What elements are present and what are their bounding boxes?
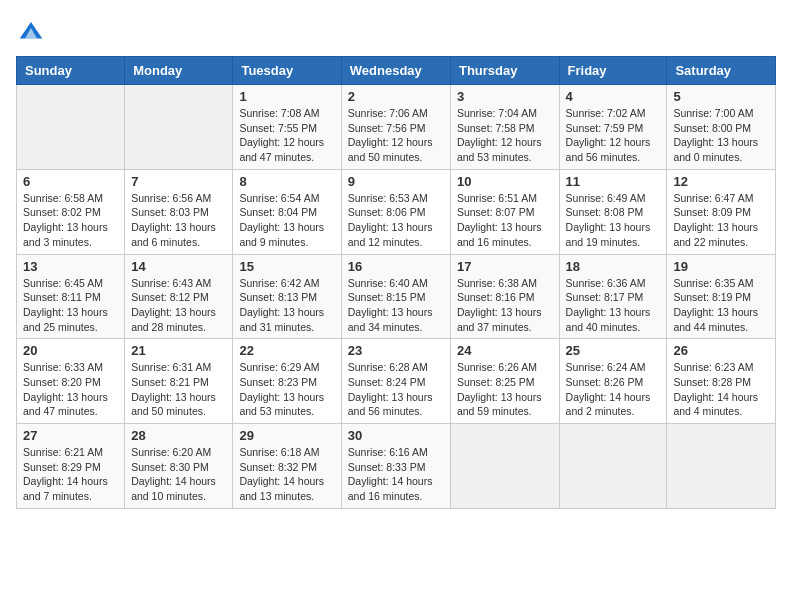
calendar-day-30: 30Sunrise: 6:16 AM Sunset: 8:33 PM Dayli… [341, 424, 450, 509]
day-info: Sunrise: 6:45 AM Sunset: 8:11 PM Dayligh… [23, 276, 118, 335]
calendar-day-20: 20Sunrise: 6:33 AM Sunset: 8:20 PM Dayli… [17, 339, 125, 424]
day-info: Sunrise: 6:26 AM Sunset: 8:25 PM Dayligh… [457, 360, 553, 419]
calendar-day-11: 11Sunrise: 6:49 AM Sunset: 8:08 PM Dayli… [559, 169, 667, 254]
day-number: 6 [23, 174, 118, 189]
day-number: 19 [673, 259, 769, 274]
day-number: 3 [457, 89, 553, 104]
day-number: 24 [457, 343, 553, 358]
day-info: Sunrise: 6:24 AM Sunset: 8:26 PM Dayligh… [566, 360, 661, 419]
calendar-day-21: 21Sunrise: 6:31 AM Sunset: 8:21 PM Dayli… [125, 339, 233, 424]
calendar-empty-cell [667, 424, 776, 509]
calendar-day-13: 13Sunrise: 6:45 AM Sunset: 8:11 PM Dayli… [17, 254, 125, 339]
day-info: Sunrise: 6:18 AM Sunset: 8:32 PM Dayligh… [239, 445, 334, 504]
calendar-day-16: 16Sunrise: 6:40 AM Sunset: 8:15 PM Dayli… [341, 254, 450, 339]
day-number: 30 [348, 428, 444, 443]
calendar-day-12: 12Sunrise: 6:47 AM Sunset: 8:09 PM Dayli… [667, 169, 776, 254]
calendar-week-row: 20Sunrise: 6:33 AM Sunset: 8:20 PM Dayli… [17, 339, 776, 424]
day-info: Sunrise: 6:43 AM Sunset: 8:12 PM Dayligh… [131, 276, 226, 335]
day-info: Sunrise: 6:51 AM Sunset: 8:07 PM Dayligh… [457, 191, 553, 250]
calendar-day-24: 24Sunrise: 6:26 AM Sunset: 8:25 PM Dayli… [450, 339, 559, 424]
weekday-header-sunday: Sunday [17, 57, 125, 85]
calendar-empty-cell [450, 424, 559, 509]
weekday-header-row: SundayMondayTuesdayWednesdayThursdayFrid… [17, 57, 776, 85]
day-number: 9 [348, 174, 444, 189]
day-info: Sunrise: 6:23 AM Sunset: 8:28 PM Dayligh… [673, 360, 769, 419]
day-number: 29 [239, 428, 334, 443]
day-info: Sunrise: 6:36 AM Sunset: 8:17 PM Dayligh… [566, 276, 661, 335]
calendar-table: SundayMondayTuesdayWednesdayThursdayFrid… [16, 56, 776, 509]
day-number: 23 [348, 343, 444, 358]
day-number: 2 [348, 89, 444, 104]
calendar-day-14: 14Sunrise: 6:43 AM Sunset: 8:12 PM Dayli… [125, 254, 233, 339]
day-number: 18 [566, 259, 661, 274]
day-number: 8 [239, 174, 334, 189]
calendar-day-3: 3Sunrise: 7:04 AM Sunset: 7:58 PM Daylig… [450, 85, 559, 170]
day-info: Sunrise: 6:40 AM Sunset: 8:15 PM Dayligh… [348, 276, 444, 335]
day-info: Sunrise: 6:16 AM Sunset: 8:33 PM Dayligh… [348, 445, 444, 504]
day-number: 15 [239, 259, 334, 274]
calendar-day-5: 5Sunrise: 7:00 AM Sunset: 8:00 PM Daylig… [667, 85, 776, 170]
calendar-day-28: 28Sunrise: 6:20 AM Sunset: 8:30 PM Dayli… [125, 424, 233, 509]
calendar-day-6: 6Sunrise: 6:58 AM Sunset: 8:02 PM Daylig… [17, 169, 125, 254]
day-number: 1 [239, 89, 334, 104]
day-info: Sunrise: 6:33 AM Sunset: 8:20 PM Dayligh… [23, 360, 118, 419]
day-info: Sunrise: 6:38 AM Sunset: 8:16 PM Dayligh… [457, 276, 553, 335]
day-info: Sunrise: 6:35 AM Sunset: 8:19 PM Dayligh… [673, 276, 769, 335]
calendar-empty-cell [125, 85, 233, 170]
day-number: 27 [23, 428, 118, 443]
day-number: 12 [673, 174, 769, 189]
day-number: 20 [23, 343, 118, 358]
calendar-empty-cell [17, 85, 125, 170]
day-number: 25 [566, 343, 661, 358]
day-info: Sunrise: 6:56 AM Sunset: 8:03 PM Dayligh… [131, 191, 226, 250]
day-number: 16 [348, 259, 444, 274]
day-number: 7 [131, 174, 226, 189]
day-number: 26 [673, 343, 769, 358]
day-info: Sunrise: 7:02 AM Sunset: 7:59 PM Dayligh… [566, 106, 661, 165]
calendar-day-8: 8Sunrise: 6:54 AM Sunset: 8:04 PM Daylig… [233, 169, 341, 254]
day-number: 21 [131, 343, 226, 358]
calendar-day-7: 7Sunrise: 6:56 AM Sunset: 8:03 PM Daylig… [125, 169, 233, 254]
day-number: 22 [239, 343, 334, 358]
calendar-day-25: 25Sunrise: 6:24 AM Sunset: 8:26 PM Dayli… [559, 339, 667, 424]
weekday-header-monday: Monday [125, 57, 233, 85]
day-info: Sunrise: 6:20 AM Sunset: 8:30 PM Dayligh… [131, 445, 226, 504]
day-info: Sunrise: 6:53 AM Sunset: 8:06 PM Dayligh… [348, 191, 444, 250]
calendar-empty-cell [559, 424, 667, 509]
calendar-day-22: 22Sunrise: 6:29 AM Sunset: 8:23 PM Dayli… [233, 339, 341, 424]
day-number: 5 [673, 89, 769, 104]
day-number: 13 [23, 259, 118, 274]
calendar-day-23: 23Sunrise: 6:28 AM Sunset: 8:24 PM Dayli… [341, 339, 450, 424]
calendar-day-29: 29Sunrise: 6:18 AM Sunset: 8:32 PM Dayli… [233, 424, 341, 509]
day-number: 14 [131, 259, 226, 274]
day-info: Sunrise: 6:29 AM Sunset: 8:23 PM Dayligh… [239, 360, 334, 419]
day-info: Sunrise: 6:58 AM Sunset: 8:02 PM Dayligh… [23, 191, 118, 250]
calendar-day-18: 18Sunrise: 6:36 AM Sunset: 8:17 PM Dayli… [559, 254, 667, 339]
day-info: Sunrise: 6:54 AM Sunset: 8:04 PM Dayligh… [239, 191, 334, 250]
calendar-day-19: 19Sunrise: 6:35 AM Sunset: 8:19 PM Dayli… [667, 254, 776, 339]
weekday-header-tuesday: Tuesday [233, 57, 341, 85]
calendar-day-27: 27Sunrise: 6:21 AM Sunset: 8:29 PM Dayli… [17, 424, 125, 509]
day-info: Sunrise: 6:49 AM Sunset: 8:08 PM Dayligh… [566, 191, 661, 250]
calendar-week-row: 13Sunrise: 6:45 AM Sunset: 8:11 PM Dayli… [17, 254, 776, 339]
weekday-header-saturday: Saturday [667, 57, 776, 85]
calendar-day-10: 10Sunrise: 6:51 AM Sunset: 8:07 PM Dayli… [450, 169, 559, 254]
calendar-day-26: 26Sunrise: 6:23 AM Sunset: 8:28 PM Dayli… [667, 339, 776, 424]
day-number: 4 [566, 89, 661, 104]
day-info: Sunrise: 7:04 AM Sunset: 7:58 PM Dayligh… [457, 106, 553, 165]
page-header [16, 16, 776, 46]
weekday-header-wednesday: Wednesday [341, 57, 450, 85]
day-info: Sunrise: 7:06 AM Sunset: 7:56 PM Dayligh… [348, 106, 444, 165]
day-number: 28 [131, 428, 226, 443]
logo-icon [16, 16, 46, 46]
calendar-day-9: 9Sunrise: 6:53 AM Sunset: 8:06 PM Daylig… [341, 169, 450, 254]
calendar-day-15: 15Sunrise: 6:42 AM Sunset: 8:13 PM Dayli… [233, 254, 341, 339]
day-info: Sunrise: 6:21 AM Sunset: 8:29 PM Dayligh… [23, 445, 118, 504]
calendar-week-row: 1Sunrise: 7:08 AM Sunset: 7:55 PM Daylig… [17, 85, 776, 170]
weekday-header-thursday: Thursday [450, 57, 559, 85]
calendar-week-row: 27Sunrise: 6:21 AM Sunset: 8:29 PM Dayli… [17, 424, 776, 509]
day-number: 17 [457, 259, 553, 274]
day-info: Sunrise: 6:31 AM Sunset: 8:21 PM Dayligh… [131, 360, 226, 419]
calendar-week-row: 6Sunrise: 6:58 AM Sunset: 8:02 PM Daylig… [17, 169, 776, 254]
day-info: Sunrise: 6:47 AM Sunset: 8:09 PM Dayligh… [673, 191, 769, 250]
